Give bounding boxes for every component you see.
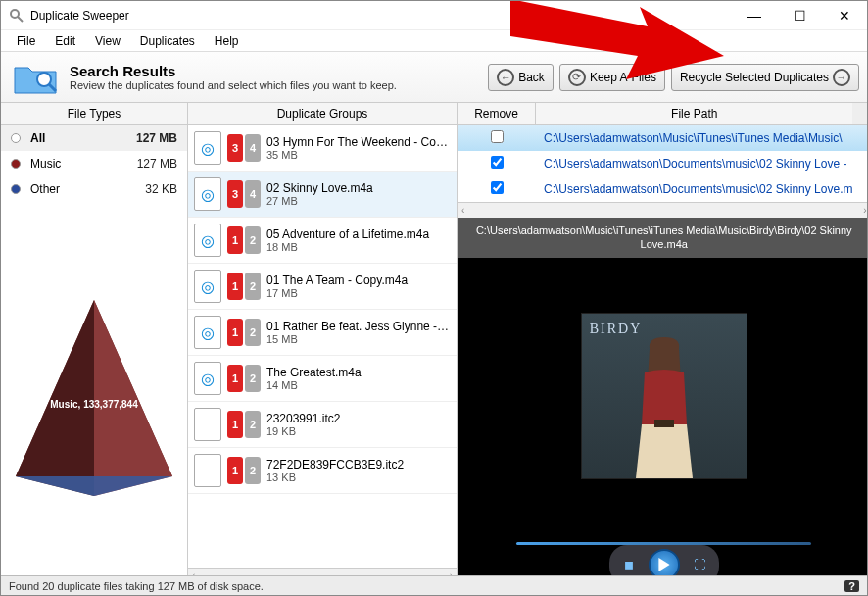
menu-help[interactable]: Help — [205, 32, 249, 50]
duplicate-group-row[interactable]: 3 4 03 Hymn For The Weekend - Copy (2 35… — [188, 125, 457, 172]
file-row[interactable]: C:\Users\adamwatson\Documents\music\02 S… — [458, 176, 868, 202]
arrow-left-icon: ← — [497, 69, 514, 86]
keep-button[interactable]: ⟳ Keep A Files — [559, 64, 665, 91]
svg-marker-10 — [658, 558, 669, 571]
menu-view[interactable]: View — [85, 32, 130, 50]
recycle-button[interactable]: Recycle Selected Duplicates → — [671, 64, 859, 91]
remove-checkbox[interactable] — [491, 181, 504, 194]
window-title: Duplicate Sweeper — [30, 9, 732, 23]
group-size: 35 MB — [266, 149, 451, 161]
color-dot-icon — [11, 184, 21, 194]
badge-duplicate-count: 1 — [227, 411, 243, 438]
folder-search-icon — [11, 58, 60, 97]
group-filename: 05 Adventure of a Lifetime.m4a — [266, 227, 451, 241]
duplicate-groups-header: Duplicate Groups — [188, 103, 457, 125]
file-path-link[interactable]: C:\Users\adamwatson\Music\iTunes\iTunes … — [536, 131, 852, 145]
file-details-panel: Remove File Path C:\Users\adamwatson\Mus… — [458, 103, 868, 583]
badge-duplicate-count: 3 — [227, 134, 243, 162]
duplicate-group-row[interactable]: 1 2 01 The A Team - Copy.m4a 17 MB — [188, 264, 457, 310]
duplicate-group-row[interactable]: 1 2 72F2DE839FCCB3E9.itc2 13 KB — [188, 448, 457, 494]
group-size: 18 MB — [266, 241, 451, 253]
duplicate-group-row[interactable]: 1 2 The Greatest.m4a 14 MB — [188, 356, 457, 402]
file-row[interactable]: C:\Users\adamwatson\Music\iTunes\iTunes … — [458, 125, 868, 151]
badge-duplicate-count: 1 — [227, 457, 243, 484]
group-filename: 01 Rather Be feat. Jess Glynne - Cop — [266, 320, 451, 333]
toolbar-heading: Search Results Review the duplicates fou… — [70, 63, 488, 91]
count-badges: 3 4 — [227, 180, 261, 208]
fullscreen-button[interactable]: ⛶ — [690, 555, 709, 574]
group-filename: 02 Skinny Love.m4a — [266, 181, 451, 195]
keep-label: Keep A — [590, 71, 628, 84]
group-size: 13 KB — [266, 472, 451, 483]
file-list-header: Remove File Path — [458, 103, 868, 125]
remove-checkbox[interactable] — [491, 130, 504, 143]
menu-duplicates[interactable]: Duplicates — [130, 32, 205, 50]
badge-duplicate-count: 3 — [227, 180, 243, 208]
preview-path: C:\Users\adamwatson\Music\iTunes\iTunes … — [458, 218, 868, 258]
file-thumb-icon — [194, 270, 221, 303]
file-type-row[interactable]: All 127 MB — [1, 125, 187, 151]
pyramid-chart: Music, 133,377,844 — [1, 202, 187, 583]
badge-total-count: 4 — [245, 134, 261, 162]
window-controls: — ☐ ✕ — [732, 1, 867, 30]
file-thumb-icon — [194, 131, 221, 165]
badge-duplicate-count: 1 — [227, 226, 243, 254]
count-badges: 3 4 — [227, 134, 261, 162]
progress-bar[interactable] — [516, 542, 811, 545]
svg-point-2 — [37, 73, 51, 86]
file-path-link[interactable]: C:\Users\adamwatson\Documents\music\02 S… — [536, 182, 852, 196]
count-badges: 1 2 — [227, 319, 261, 346]
help-icon[interactable]: ? — [844, 580, 859, 592]
main-columns: File Types All 127 MB Music 127 MB Other… — [1, 103, 867, 583]
page-subtitle: Review the duplicates found and select w… — [70, 79, 488, 91]
badge-total-count: 2 — [245, 365, 261, 392]
file-type-size: 127 MB — [137, 157, 177, 171]
file-thumb-icon — [194, 177, 221, 211]
duplicate-group-row[interactable]: 1 2 05 Adventure of a Lifetime.m4a 18 MB — [188, 218, 457, 264]
remove-column-header: Remove — [458, 103, 536, 124]
file-type-row[interactable]: Other 32 KB — [1, 176, 187, 202]
group-size: 27 MB — [266, 195, 451, 207]
file-type-size: 127 MB — [136, 131, 177, 145]
menubar: File Edit View Duplicates Help — [1, 30, 867, 52]
stop-button[interactable]: ◼ — [619, 555, 639, 574]
pyramid-music-label: Music, 133,377,844 — [50, 399, 138, 410]
file-path-link[interactable]: C:\Users\adamwatson\Documents\music\02 S… — [536, 157, 852, 171]
file-thumb-icon — [194, 316, 221, 349]
titlebar: Duplicate Sweeper — ☐ ✕ — [1, 1, 867, 30]
badge-total-count: 2 — [245, 457, 261, 484]
count-badges: 1 2 — [227, 411, 261, 438]
app-icon — [9, 8, 24, 24]
file-type-row[interactable]: Music 127 MB — [1, 151, 187, 176]
duplicate-group-row[interactable]: 1 2 23203991.itc2 19 KB — [188, 402, 457, 448]
file-type-size: 32 KB — [145, 182, 177, 196]
color-dot-icon — [11, 159, 21, 169]
duplicate-group-row[interactable]: 3 4 02 Skinny Love.m4a 27 MB — [188, 172, 457, 218]
file-horizontal-scrollbar[interactable]: ‹› — [458, 202, 868, 218]
file-type-label: Other — [30, 182, 145, 196]
menu-edit[interactable]: Edit — [45, 32, 85, 50]
file-row[interactable]: C:\Users\adamwatson\Documents\music\02 S… — [458, 151, 868, 176]
svg-marker-6 — [16, 300, 94, 496]
maximize-button[interactable]: ☐ — [777, 1, 822, 30]
status-bar: Found 20 duplicate files taking 127 MB o… — [1, 575, 867, 595]
color-dot-icon — [11, 133, 21, 143]
group-size: 19 KB — [266, 425, 451, 437]
count-badges: 1 2 — [227, 365, 261, 392]
duplicate-group-row[interactable]: 1 2 01 Rather Be feat. Jess Glynne - Cop… — [188, 310, 457, 356]
group-filename: 03 Hymn For The Weekend - Copy (2 — [266, 135, 451, 149]
filepath-column-header: File Path — [536, 103, 852, 124]
group-size: 14 MB — [266, 379, 451, 391]
file-types-panel: File Types All 127 MB Music 127 MB Other… — [1, 103, 188, 583]
remove-checkbox[interactable] — [491, 156, 504, 169]
menu-file[interactable]: File — [7, 32, 45, 50]
minimize-button[interactable]: — — [732, 1, 777, 30]
vertical-scrollbar-head — [852, 103, 868, 124]
file-thumb-icon — [194, 408, 221, 441]
status-text: Found 20 duplicate files taking 127 MB o… — [9, 580, 264, 592]
back-button[interactable]: ← Back — [488, 64, 554, 91]
file-type-label: Music — [30, 157, 137, 171]
toolbar: Search Results Review the duplicates fou… — [1, 52, 867, 103]
close-button[interactable]: ✕ — [822, 1, 867, 30]
back-label: Back — [518, 71, 545, 84]
